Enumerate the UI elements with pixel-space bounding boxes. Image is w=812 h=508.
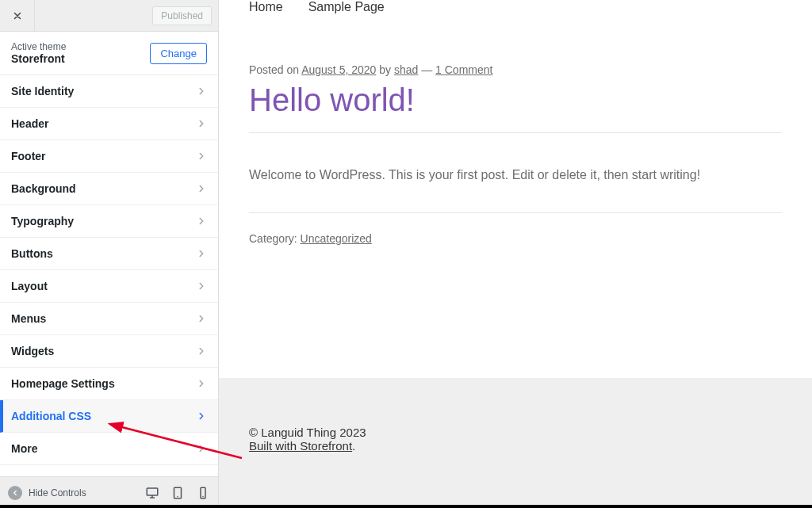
chevron-right-icon (196, 443, 207, 454)
chevron-right-icon (196, 313, 207, 324)
panel-item-background[interactable]: Background (0, 173, 218, 205)
tablet-icon (170, 486, 185, 500)
panel-item-widgets[interactable]: Widgets (0, 335, 218, 368)
meta-posted-on: Posted on (249, 63, 301, 76)
post-title: Hello world! (249, 82, 782, 118)
chevron-right-icon (196, 411, 207, 422)
period: . (352, 439, 355, 453)
nav-sample-page[interactable]: Sample Page (308, 0, 385, 14)
mobile-icon (196, 486, 210, 500)
panel-item-header[interactable]: Header (0, 108, 218, 140)
panel-item-label: Typography (11, 215, 74, 227)
chevron-right-icon (196, 151, 207, 162)
post-date[interactable]: August 5, 2020 (301, 63, 376, 76)
post-author[interactable]: shad (394, 63, 418, 76)
customizer-topbar: Published (0, 0, 218, 32)
chevron-right-icon (196, 118, 207, 129)
meta-sep: — (418, 63, 435, 76)
category-link[interactable]: Uncategorized (301, 232, 372, 245)
post-meta: Posted on August 5, 2020 by shad — 1 Com… (249, 63, 782, 76)
copyright: © Languid Thing 2023 (249, 426, 782, 439)
panel-item-footer[interactable]: Footer (0, 140, 218, 173)
published-status: Published (152, 6, 212, 25)
panel-item-typography[interactable]: Typography (0, 205, 218, 238)
active-theme-name: Storefront (11, 52, 66, 65)
panel-item-label: Layout (11, 280, 48, 292)
desktop-device-button[interactable] (145, 486, 159, 500)
panel-item-menus[interactable]: Menus (0, 303, 218, 335)
panel-item-label: More (11, 442, 37, 455)
active-theme-block: Active theme Storefront Change (0, 32, 218, 75)
collapse-icon (8, 486, 22, 500)
panel-item-homepage-settings[interactable]: Homepage Settings (0, 368, 218, 400)
post-category: Category: Uncategorized (249, 213, 782, 245)
post-content: Welcome to WordPress. This is your first… (249, 133, 782, 212)
hide-controls-button[interactable]: Hide Controls (8, 486, 86, 500)
panel-item-label: Background (11, 182, 76, 195)
chevron-right-icon (196, 248, 207, 259)
panel-item-layout[interactable]: Layout (0, 270, 218, 303)
panel-item-site-identity[interactable]: Site Identity (0, 75, 218, 108)
panel-item-label: Widgets (11, 345, 54, 357)
hide-controls-label: Hide Controls (29, 487, 86, 498)
svg-point-2 (177, 495, 178, 497)
chevron-right-icon (196, 86, 207, 97)
category-label: Category: (249, 232, 301, 245)
panel-list: Site IdentityHeaderFooterBackgroundTypog… (0, 75, 218, 476)
nav-home[interactable]: Home (249, 0, 283, 14)
panel-item-label: Additional CSS (11, 410, 91, 422)
close-button[interactable] (0, 0, 35, 32)
tablet-device-button[interactable] (170, 486, 185, 500)
close-icon (12, 10, 23, 21)
svg-rect-0 (147, 488, 158, 495)
active-theme-label: Active theme (11, 41, 66, 52)
chevron-right-icon (196, 346, 207, 357)
panel-item-label: Menus (11, 312, 46, 325)
bottom-bar: Hide Controls (0, 476, 218, 508)
svg-point-4 (202, 495, 204, 497)
post: Posted on August 5, 2020 by shad — 1 Com… (219, 25, 812, 269)
change-theme-button[interactable]: Change (150, 43, 207, 64)
chevron-right-icon (196, 183, 207, 194)
panel-item-more[interactable]: More (0, 433, 218, 465)
panel-item-label: Footer (11, 150, 46, 162)
site-footer: © Languid Thing 2023 Built with Storefro… (219, 378, 812, 508)
panel-item-label: Homepage Settings (11, 377, 115, 390)
post-comments[interactable]: 1 Comment (435, 63, 492, 76)
panel-item-label: Site Identity (11, 85, 74, 97)
bottom-edge (0, 505, 812, 508)
device-switcher (145, 486, 210, 500)
preview-pane: Home Sample Page Posted on August 5, 202… (219, 0, 812, 508)
built-with-link[interactable]: Built with Storefront (249, 439, 352, 453)
meta-by: by (376, 63, 394, 76)
desktop-icon (145, 486, 159, 500)
panel-item-buttons[interactable]: Buttons (0, 238, 218, 270)
chevron-right-icon (196, 281, 207, 292)
site-nav: Home Sample Page (219, 0, 812, 25)
chevron-right-icon (196, 216, 207, 227)
mobile-device-button[interactable] (196, 486, 210, 500)
panel-item-label: Buttons (11, 247, 53, 260)
chevron-right-icon (196, 378, 207, 389)
panel-item-additional-css[interactable]: Additional CSS (0, 400, 218, 433)
customizer-sidebar: Published Active theme Storefront Change… (0, 0, 219, 508)
panel-item-label: Header (11, 117, 48, 130)
